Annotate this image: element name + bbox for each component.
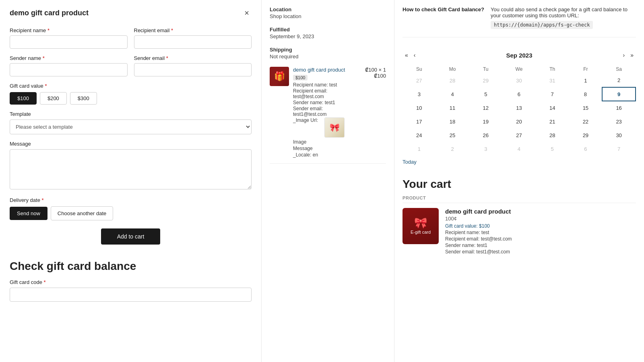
- cal-day-cell[interactable]: 25: [436, 128, 469, 142]
- cal-day-cell[interactable]: 3: [402, 87, 436, 101]
- cal-day-cell[interactable]: 11: [436, 101, 469, 115]
- cal-day-cell[interactable]: 1: [569, 74, 603, 87]
- cart-prod-price: 100¢: [445, 216, 636, 222]
- cart-prod-sender-name: Sender name: test1: [445, 243, 636, 248]
- gift-icon: 🎁: [274, 71, 285, 82]
- product-info: demo gift card product $100 Recipient na…: [293, 67, 354, 158]
- message-textarea[interactable]: [10, 149, 252, 189]
- cal-day-cell[interactable]: 6: [569, 142, 603, 156]
- value-100-button[interactable]: $100: [10, 92, 37, 105]
- cal-day-cell[interactable]: 28: [436, 74, 469, 87]
- sender-name-input[interactable]: [10, 63, 128, 76]
- gc-code-input[interactable]: [10, 288, 252, 302]
- sender-email-group: Sender email *: [134, 55, 252, 76]
- how-to-check-label: How to check Gift Card balance?: [402, 6, 484, 29]
- cal-header-sa: Sa: [602, 65, 636, 74]
- cal-day-cell[interactable]: 12: [469, 101, 502, 115]
- cal-prev-button[interactable]: ‹: [411, 50, 418, 60]
- send-now-button[interactable]: Send now: [10, 207, 47, 220]
- message-section: Message: [10, 141, 252, 191]
- cart-prod-recipient-name: Recipient name: test: [445, 230, 636, 235]
- product-name: demo gift card product: [293, 67, 354, 73]
- cal-day-cell[interactable]: 7: [536, 87, 569, 101]
- cal-day-cell[interactable]: 5: [536, 142, 569, 156]
- product-sender-name: Sender name: test1: [293, 100, 354, 105]
- close-button[interactable]: ×: [242, 8, 252, 18]
- product-image-inner: 🎁: [270, 67, 289, 86]
- cal-today-button[interactable]: Today: [402, 159, 417, 165]
- cal-day-cell[interactable]: 5: [469, 87, 502, 101]
- cal-day-cell[interactable]: 30: [602, 128, 636, 142]
- cal-day-cell[interactable]: 4: [502, 142, 536, 156]
- cal-header-su: Su: [402, 65, 436, 74]
- cal-day-cell[interactable]: 4: [436, 87, 469, 101]
- shipping-heading: Shipping: [270, 47, 386, 53]
- cal-day-cell[interactable]: 14: [536, 101, 569, 115]
- add-to-cart-button[interactable]: Add to cart: [101, 228, 161, 245]
- cal-day-cell[interactable]: 15: [569, 101, 603, 115]
- cal-day-cell[interactable]: 29: [569, 128, 603, 142]
- cart-product-header: PRODUCT: [402, 195, 636, 203]
- recipient-name-input[interactable]: [10, 35, 128, 49]
- middle-panel: Location Shop location Fulfilled Septemb…: [262, 0, 394, 362]
- cal-day-cell[interactable]: 17: [402, 115, 436, 128]
- cal-day-cell[interactable]: 8: [569, 87, 603, 101]
- cal-day-cell[interactable]: 3: [469, 142, 502, 156]
- product-qty: ₡100 × 1: [365, 67, 386, 73]
- cal-prev-prev-button[interactable]: «: [402, 50, 411, 60]
- cal-day-cell[interactable]: 2: [602, 74, 636, 87]
- cal-day-cell[interactable]: 7: [602, 142, 636, 156]
- cart-product-details: demo gift card product 100¢ Gift card va…: [445, 208, 636, 255]
- cal-day-cell[interactable]: 24: [402, 128, 436, 142]
- your-cart-section: Your cart PRODUCT 🎀 E-gift card demo gif…: [402, 178, 636, 255]
- sender-email-input[interactable]: [134, 63, 252, 76]
- choose-date-button[interactable]: Choose another date: [51, 206, 113, 220]
- delivery-label: Delivery date *: [10, 197, 252, 203]
- template-select[interactable]: Please select a template: [10, 119, 252, 134]
- recipient-email-input[interactable]: [134, 35, 252, 49]
- delivery-section: Delivery date * Send now Choose another …: [10, 197, 252, 220]
- fulfilled-section: Fulfilled September 9, 2023: [270, 27, 386, 39]
- cal-day-cell[interactable]: 9: [602, 87, 636, 101]
- cal-day-cell[interactable]: 31: [536, 74, 569, 87]
- cal-day-cell[interactable]: 22: [569, 115, 603, 128]
- sender-name-group: Sender name *: [10, 55, 128, 76]
- cart-prod-gift-value: Gift card value: $100: [445, 223, 636, 229]
- cal-day-cell[interactable]: 16: [602, 101, 636, 115]
- cal-header-th: Th: [536, 65, 569, 74]
- cal-day-cell[interactable]: 13: [502, 101, 536, 115]
- cal-day-cell[interactable]: 27: [502, 128, 536, 142]
- cal-day-cell[interactable]: 27: [402, 74, 436, 87]
- product-price: ₡100: [374, 73, 386, 79]
- location-section: Location Shop location: [270, 6, 386, 19]
- cal-day-cell[interactable]: 20: [502, 115, 536, 128]
- cal-next-next-button[interactable]: »: [628, 50, 636, 60]
- recipient-email-group: Recipient email *: [134, 27, 252, 49]
- product-image: 🎁: [270, 67, 289, 86]
- cal-day-cell[interactable]: 26: [469, 128, 502, 142]
- cal-day-cell[interactable]: 18: [436, 115, 469, 128]
- value-200-button[interactable]: $200: [40, 92, 67, 105]
- how-to-check-desc: You could also send a check page for a g…: [491, 6, 636, 29]
- product-pricing: ₡100 × 1 ₡100: [358, 67, 386, 79]
- cal-day-cell[interactable]: 1: [402, 142, 436, 156]
- cal-day-cell[interactable]: 10: [402, 101, 436, 115]
- recipient-name-group: Recipient name *: [10, 27, 128, 49]
- check-url-badge: https://{domain}/apps/fs-gc-check: [491, 21, 593, 29]
- cal-next-nav: › »: [621, 50, 636, 60]
- message-label: Message: [10, 141, 252, 147]
- value-300-button[interactable]: $300: [70, 92, 97, 105]
- cal-day-cell[interactable]: 6: [502, 87, 536, 101]
- shipping-section: Shipping Not required: [270, 47, 386, 60]
- cal-next-button[interactable]: ›: [621, 50, 627, 60]
- panel-title: demo gift card product: [10, 9, 89, 17]
- cal-day-cell[interactable]: 21: [536, 115, 569, 128]
- cal-day-cell[interactable]: 30: [502, 74, 536, 87]
- cal-day-cell[interactable]: 23: [602, 115, 636, 128]
- cal-day-cell[interactable]: 29: [469, 74, 502, 87]
- cal-header-fr: Fr: [569, 65, 603, 74]
- cal-day-cell[interactable]: 28: [536, 128, 569, 142]
- cal-day-cell[interactable]: 19: [469, 115, 502, 128]
- cal-week-row: 1234567: [402, 142, 636, 156]
- cal-day-cell[interactable]: 2: [436, 142, 469, 156]
